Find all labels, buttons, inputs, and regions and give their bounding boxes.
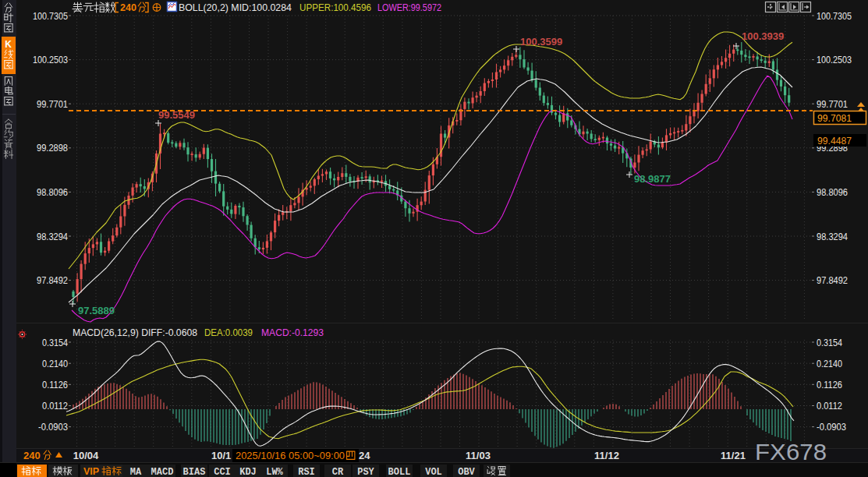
svg-text:0.2140: 0.2140 [42,358,68,369]
svg-text:0.3154: 0.3154 [42,337,68,348]
svg-text:-0.0903: -0.0903 [38,421,68,433]
svg-text:99.7081: 99.7081 [817,112,852,124]
svg-text:98.3294: 98.3294 [817,231,848,242]
svg-text:98.9877: 98.9877 [634,173,671,185]
svg-text:98.8096: 98.8096 [37,186,68,198]
svg-text:KDJ: KDJ [239,467,257,477]
svg-text:99.7701: 99.7701 [817,98,848,110]
svg-text:11/21: 11/21 [721,450,746,461]
svg-text:CR: CR [332,467,344,477]
svg-text:BOLL(20,2) MID:100.0284: BOLL(20,2) MID:100.0284 [179,2,292,13]
svg-text:11/12: 11/12 [594,450,619,461]
svg-text:0.0112: 0.0112 [817,400,842,412]
svg-text:99.5549: 99.5549 [158,109,195,121]
svg-text:0.0112: 0.0112 [42,400,68,412]
svg-text:0.3154: 0.3154 [817,337,842,348]
svg-text:100.3939: 100.3939 [742,30,784,42]
svg-text:MA: MA [130,467,142,477]
svg-text:100.2503: 100.2503 [33,54,68,65]
svg-text:0.1126: 0.1126 [42,379,68,390]
svg-text:10/1: 10/1 [211,450,231,461]
svg-text:MACD(26,12,9) DIFF:-0.0608: MACD(26,12,9) DIFF:-0.0608 [73,327,197,338]
svg-text:99.4487: 99.4487 [817,135,852,147]
svg-text:-0.0903: -0.0903 [817,421,846,433]
svg-text:11/03: 11/03 [466,450,491,461]
svg-text:100.7305: 100.7305 [817,10,852,22]
svg-text:97.8492: 97.8492 [37,274,68,286]
svg-text:MACD:-0.1293: MACD:-0.1293 [261,327,324,338]
svg-text:100.3599: 100.3599 [520,36,562,48]
svg-text:0.2140: 0.2140 [817,358,842,369]
svg-text:DEA:0.0039: DEA:0.0039 [204,327,253,338]
svg-text:99.7701: 99.7701 [37,98,68,110]
svg-text:240: 240 [120,2,136,13]
svg-text:OBV: OBV [458,467,475,477]
svg-text:98.8096: 98.8096 [817,186,848,198]
svg-text:97.8492: 97.8492 [817,274,848,286]
svg-text:LW%: LW% [266,467,283,477]
svg-text:97.5889: 97.5889 [78,305,115,316]
svg-text:99.2898: 99.2898 [37,142,68,154]
svg-text:VOL: VOL [425,467,442,477]
svg-text:100.7305: 100.7305 [33,10,68,22]
svg-text:RSI: RSI [298,467,315,477]
svg-text:24: 24 [359,450,370,461]
svg-text:LOWER:99.5972: LOWER:99.5972 [377,2,441,13]
svg-text:VIP: VIP [83,466,99,477]
svg-text:PSY: PSY [357,467,374,477]
svg-text:2025/10/16 05:00~09:00: 2025/10/16 05:00~09:00 [236,450,345,461]
svg-text:98.3294: 98.3294 [37,231,68,242]
svg-text:BIAS: BIAS [183,467,206,477]
svg-text:FX678: FX678 [755,439,827,465]
svg-text:CCI: CCI [214,467,231,477]
svg-text:100.2503: 100.2503 [817,54,852,65]
svg-text:K: K [5,39,12,50]
svg-text:MACD: MACD [151,467,174,477]
svg-text:0.1126: 0.1126 [817,379,842,390]
svg-text:10/04: 10/04 [73,450,99,461]
svg-text:240: 240 [23,450,41,461]
svg-text:BOLL: BOLL [388,467,411,477]
svg-text:UPPER:100.4596: UPPER:100.4596 [299,2,371,13]
